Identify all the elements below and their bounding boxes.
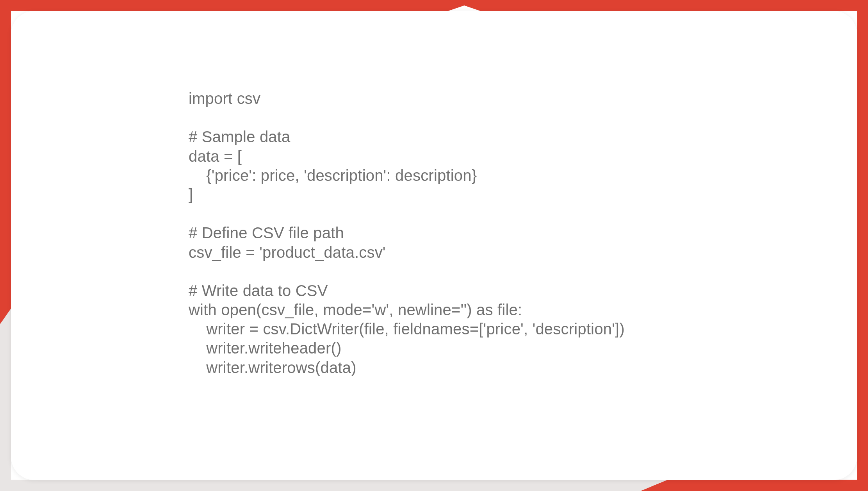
svg-marker-4 [0,0,11,324]
code-snippet: import csv # Sample data data = [ {'pric… [189,89,857,377]
code-card: import csv # Sample data data = [ {'pric… [11,11,857,480]
svg-marker-1 [448,0,868,11]
